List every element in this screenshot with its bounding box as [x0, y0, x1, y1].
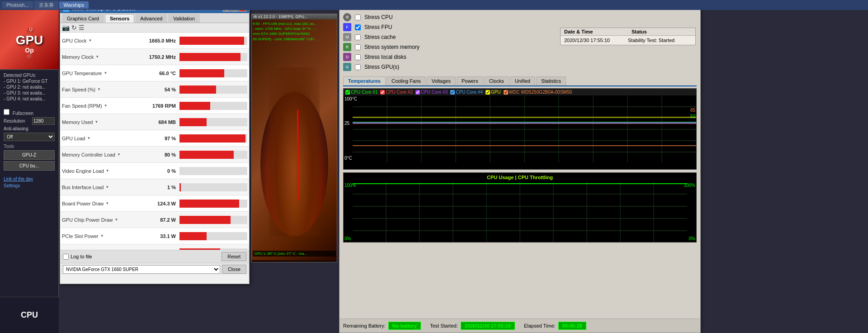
- furmark-logo-text: GPU: [16, 34, 43, 47]
- legend-cpu1-check[interactable]: [345, 90, 350, 95]
- sensor-dropdown[interactable]: ▼: [97, 87, 101, 91]
- aida64-tab-unified[interactable]: Unified: [510, 76, 535, 86]
- stress-mem-checkbox[interactable]: [355, 44, 361, 50]
- gpuz-tabs: Graphics Card Sensors Advanced Validatio…: [60, 13, 249, 23]
- aida64-legend: CPU Core #1 CPU Core #2 CPU Core #3 CPU …: [344, 89, 696, 95]
- sensor-dropdown[interactable]: ▼: [104, 104, 108, 108]
- sensor-bar: [179, 134, 245, 143]
- legend-gpu-check[interactable]: [486, 90, 490, 95]
- gpuz-log-label[interactable]: Log to file: [63, 254, 92, 260]
- sensor-dropdown[interactable]: ▼: [106, 169, 109, 173]
- gpuz-tab-advanced[interactable]: Advanced: [135, 14, 167, 23]
- aida64-stress-mem-row: R Stress system memory: [343, 43, 420, 51]
- stress-cache-checkbox[interactable]: [355, 34, 361, 40]
- furmark-link-of-day[interactable]: Link of the day: [4, 176, 55, 181]
- game-header: rk v1.22.2.0 - 158FPS, GPU...: [252, 14, 337, 19]
- gpuz-tab-validation[interactable]: Validation: [168, 14, 200, 23]
- aida64-tab-clocks[interactable]: Clocks: [484, 76, 509, 86]
- aida64-tab-voltages[interactable]: Voltages: [427, 76, 456, 86]
- sensor-dropdown[interactable]: ▼: [100, 234, 104, 238]
- cpu-chart-svg: [353, 182, 696, 243]
- sensor-value: 80 %: [143, 152, 179, 157]
- stress-mem-label: Stress system memory: [364, 44, 420, 50]
- sensor-dropdown[interactable]: ▼: [105, 201, 109, 205]
- cpu-chart-title: CPU Usage | CPU Throttling: [487, 175, 553, 180]
- sensor-dropdown[interactable]: ▼: [95, 55, 99, 59]
- furmark-settings-link[interactable]: Settings: [4, 183, 55, 188]
- furmark-logo-sub: Op: [25, 47, 33, 54]
- aida64-cpu-chart-area: 100% 0% 100% 0%: [344, 182, 696, 243]
- sensor-row: PCIe Slot Power ▼ 33.1 W: [60, 228, 249, 244]
- legend-cpu4-check[interactable]: [450, 90, 455, 95]
- battery-label: Remaining Battery:: [343, 323, 386, 328]
- sensor-bar: [179, 118, 207, 126]
- furmark-gpuz-button[interactable]: GPU-Z: [4, 150, 55, 160]
- legend-cpu3-check[interactable]: [415, 90, 420, 95]
- stress-fpu-label: Stress FPU: [364, 24, 392, 30]
- aida64-test-started-item: Test Started: 2020/12/30 17:55:10: [430, 322, 515, 330]
- aida64-stress-cpu-row: ⚙ Stress CPU: [343, 13, 420, 21]
- sensor-value: 1750.2 MHz: [143, 54, 179, 60]
- gpuz-refresh-icon[interactable]: ↻: [71, 24, 77, 31]
- aida64-tab-fans[interactable]: Cooling Fans: [387, 76, 426, 86]
- sensor-dropdown[interactable]: ▼: [87, 136, 90, 140]
- stress-gpu-checkbox[interactable]: [355, 64, 361, 70]
- legend-cpu2: CPU Core #2: [380, 90, 412, 95]
- sensor-name: GPU Clock ▼: [62, 38, 143, 43]
- furmark-aa-select[interactable]: Off 2x MSAA 4x MSAA: [4, 133, 55, 141]
- furmark-game-window: rk v1.22.2.0 - 158FPS, GPU... 9:50 - FPS…: [251, 14, 337, 262]
- furmark-resolution-input[interactable]: [32, 117, 55, 125]
- gpuz-tab-sensors[interactable]: Sensors: [105, 14, 134, 23]
- furmark-detected-section: Detected GPUs: - GPU 1: GeForce GT - GPU…: [0, 70, 58, 105]
- sensor-bar: [179, 102, 210, 110]
- aida64-tab-statistics[interactable]: Statistics: [536, 76, 566, 86]
- sensor-bar: [179, 248, 220, 250]
- gpuz-gpu-select[interactable]: NVIDIA GeForce GTX 1660 SUPER: [63, 265, 220, 274]
- legend-wdc: WDC WDS250G2B0A-00SM50: [504, 90, 572, 95]
- furmark-cpubtn-button[interactable]: CPU bu...: [4, 161, 55, 171]
- sensor-dropdown[interactable]: ▼: [88, 38, 92, 43]
- aida64-battery-item: Remaining Battery: No battery: [343, 322, 421, 330]
- stress-disk-icon: D: [343, 53, 351, 61]
- stress-fpu-checkbox[interactable]: [355, 24, 361, 30]
- sensor-bar: [179, 37, 244, 45]
- sensor-bar: [179, 183, 181, 191]
- gpuz-close-btn2[interactable]: Close: [222, 265, 246, 274]
- stress-disk-checkbox[interactable]: [355, 54, 361, 60]
- sensor-name: PCIe Slot Power ▼: [62, 233, 143, 239]
- sensor-bar-container: [179, 200, 247, 208]
- sensor-bar-container: [179, 86, 247, 94]
- sensor-dropdown[interactable]: ▼: [94, 120, 98, 124]
- sensor-row: GPU Temperature ▼ 66.0 °C: [60, 65, 249, 81]
- gpuz-menu-icon[interactable]: ☰: [79, 24, 85, 31]
- furmark-fullscreen-checkbox[interactable]: [4, 109, 9, 115]
- aida64-tab-powers[interactable]: Powers: [457, 76, 483, 86]
- sensor-dropdown[interactable]: ▼: [114, 218, 118, 222]
- sensor-dropdown[interactable]: ▼: [104, 71, 107, 75]
- sensor-dropdown[interactable]: ▼: [105, 185, 109, 189]
- sensor-bar-container: [179, 102, 247, 110]
- sensor-value: 1 %: [143, 185, 179, 190]
- game-stats4: 50 SUPER) - core: 1680MHz/66° C/97...: [253, 37, 317, 42]
- taskbar-tab-warships[interactable]: Warships: [59, 1, 89, 9]
- furmark-tools-label: Tools: [4, 144, 55, 149]
- stress-cpu-checkbox[interactable]: [355, 14, 361, 20]
- gpuz-reset-button[interactable]: Reset: [222, 252, 246, 261]
- taskbar-tab-jd[interactable]: 京东券: [34, 1, 58, 10]
- gpuz-camera-icon[interactable]: 📷: [62, 24, 70, 31]
- gpuz-log-checkbox[interactable]: [63, 254, 69, 260]
- taskbar-tab-photoshop[interactable]: Photosh...: [2, 1, 33, 9]
- sensor-name: Fan Speed (%) ▼: [62, 87, 143, 92]
- aida64-tab-temps[interactable]: Temperatures: [343, 76, 386, 86]
- legend-cpu2-check[interactable]: [380, 90, 385, 95]
- sensor-value: 0 %: [143, 168, 179, 174]
- sensor-dropdown[interactable]: ▼: [117, 152, 121, 157]
- gpuz-tab-graphics-card[interactable]: Graphics Card: [62, 14, 104, 23]
- game-stats2: - mem: 1750 MHz - GPU load: 97 % - ...: [253, 26, 317, 31]
- legend-cpu1-label: CPU Core #1: [351, 90, 377, 95]
- legend-wdc-check[interactable]: [504, 90, 508, 95]
- sensor-bar: [179, 216, 231, 224]
- aida64-ds-body: 2020/12/30 17:55:10 Stability Test: Star…: [561, 36, 695, 45]
- sensor-bar-container: [179, 216, 247, 224]
- legend-wdc-label: WDC WDS250G2B0A-00SM50: [509, 90, 572, 95]
